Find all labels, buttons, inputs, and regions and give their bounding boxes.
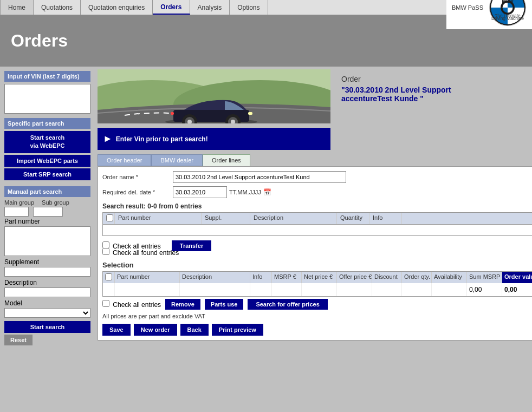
part-number-input-area[interactable] — [4, 226, 90, 256]
bmw-pass-label: BMW PaSS — [452, 4, 483, 11]
col-desc-header: Description — [250, 213, 337, 224]
sub-group-input[interactable] — [33, 207, 63, 217]
search-result-header: Search result: 0-0 from 0 entries — [102, 202, 532, 210]
manual-part-search-title: Manual part search — [4, 186, 90, 197]
specific-part-search-section: Specific part search Start search via We… — [4, 118, 90, 182]
main-sub-group-inputs-row — [4, 207, 90, 217]
sel-col-check — [103, 272, 115, 283]
remove-button[interactable]: Remove — [165, 299, 200, 310]
selection-table: Part number Description Info MSRP € Net … — [102, 271, 532, 297]
required-del-date-input[interactable] — [173, 186, 227, 198]
main-group-label: Main group — [4, 199, 34, 206]
sub-group-label: Sub group — [42, 199, 69, 206]
sel-cell-orderqty — [402, 283, 432, 296]
order-name-input[interactable] — [173, 171, 346, 183]
vin-arrow-icon: ► — [103, 133, 113, 145]
parts-use-button[interactable]: Parts use — [205, 299, 244, 310]
order-info: Order "30.03.2010 2nd Level Support acce… — [336, 69, 457, 108]
vin-banner-text: Enter Vin prior to part search! — [116, 135, 208, 143]
check-all-found-row: Check all found entries — [102, 248, 532, 257]
required-del-date-row: Required del. date * TT.MM.JJJJ 📅 — [102, 186, 532, 198]
tab-bar: Order header BMW dealer Order lines — [98, 154, 532, 166]
date-hint: TT.MM.JJJJ — [229, 189, 261, 195]
action-buttons: Save New order Back Print preview — [102, 324, 532, 336]
nav-options[interactable]: Options — [230, 0, 268, 15]
main-content: Order "30.03.2010 2nd Level Support acce… — [95, 67, 532, 412]
sel-col-order-qty: Order qty. — [402, 272, 432, 283]
sel-col-info: Info — [250, 272, 272, 283]
vin-input-area[interactable] — [4, 84, 90, 114]
sel-cell-info — [250, 283, 272, 296]
model-select[interactable] — [4, 308, 90, 318]
sel-cell-offer — [337, 283, 372, 296]
col-qty-header: Quantity — [337, 213, 369, 224]
nav-quotation-enquiries[interactable]: Quotation enquiries — [81, 0, 153, 15]
sel-check-all-entries-checkbox[interactable] — [102, 300, 109, 307]
order-label: Order — [341, 75, 451, 83]
vin-input[interactable] — [5, 84, 90, 112]
reset-button[interactable]: Reset — [4, 335, 33, 345]
sel-cell-check — [103, 283, 115, 296]
nav-quotations[interactable]: Quotations — [34, 0, 81, 15]
calendar-icon[interactable]: 📅 — [263, 188, 271, 196]
specific-part-search-title: Specific part search — [4, 118, 90, 129]
col-check-icon — [103, 213, 115, 224]
tab-bmw-dealer[interactable]: BMW dealer — [151, 154, 203, 166]
top-navigation: Home Quotations Quotation enquiries Orde… — [0, 0, 532, 15]
nav-home[interactable]: Home — [0, 0, 34, 15]
order-value-display: 0,00 — [504, 286, 517, 293]
main-group-input[interactable] — [4, 207, 29, 217]
start-search-webEPC-button[interactable]: Start search via WebEPC — [4, 131, 90, 153]
page-title: Orders — [11, 31, 521, 51]
main-sub-group-row: Main group Sub group — [4, 199, 90, 206]
print-preview-button[interactable]: Print preview — [212, 324, 263, 336]
search-result-table-header: Part number Suppl. Description Quantity … — [103, 213, 532, 225]
search-offer-prices-button[interactable]: Search for offer prices — [248, 299, 327, 310]
save-button[interactable]: Save — [102, 324, 131, 336]
sel-cell-msrp — [272, 283, 302, 296]
sel-cell-desc — [180, 283, 250, 296]
nav-orders[interactable]: Orders — [153, 0, 190, 15]
manual-part-search-section: Manual part search Main group Sub group … — [4, 186, 90, 347]
part-number-textarea[interactable] — [5, 227, 90, 254]
tab-order-header[interactable]: Order header — [98, 154, 151, 166]
svg-text:Driving Machine: Driving Machine — [491, 16, 524, 21]
vat-note: All prices are per part and exclude VAT — [102, 313, 532, 319]
col-info-header: Info — [369, 213, 402, 224]
start-search-button[interactable]: Start search — [4, 321, 90, 333]
import-webEPC-button[interactable]: Import WebEPC parts — [4, 155, 90, 167]
nav-analysis[interactable]: Analysis — [190, 0, 230, 15]
sel-col-net-price: Net price € — [302, 272, 337, 283]
check-all-found-checkbox[interactable] — [102, 248, 109, 255]
col-suppl-header: Suppl. — [202, 213, 250, 224]
supplement-label: Supplement — [4, 258, 39, 266]
selection-table-header: Part number Description Info MSRP € Net … — [103, 272, 532, 283]
main-layout: Input of VIN (last 7 digits) Specific pa… — [0, 67, 532, 412]
sel-col-msrp: MSRP € — [272, 272, 302, 283]
sel-col-availability: Availability — [432, 272, 467, 283]
order-name-label: Order name * — [102, 174, 173, 180]
vin-section: Input of VIN (last 7 digits) — [4, 71, 90, 114]
check-all-found-label: Check all found entries — [102, 248, 179, 257]
sel-col-part-number: Part number — [115, 272, 180, 283]
select-all-checkbox-header[interactable] — [106, 214, 113, 221]
description-sidebar-label: Description — [4, 279, 37, 286]
sel-values-row: 0,00 0,00 — [103, 283, 532, 296]
order-value-line2: accentureTest Kunde " — [341, 94, 451, 103]
start-srp-search-button[interactable]: Start SRP search — [4, 168, 90, 180]
description-input[interactable] — [4, 287, 90, 297]
model-label: Model — [4, 299, 22, 307]
sel-cell-orderval: 0,00 — [502, 283, 532, 296]
new-order-button[interactable]: New order — [134, 324, 177, 336]
vin-banner: ► Enter Vin prior to part search! — [98, 128, 330, 150]
sum-msrp-value: 0,00 — [469, 286, 482, 293]
sel-check-all-header[interactable] — [105, 273, 112, 280]
car-image — [98, 69, 330, 123]
sel-cell-avail — [432, 283, 467, 296]
tab-order-lines[interactable]: Order lines — [203, 154, 250, 166]
supplement-input[interactable] — [4, 267, 90, 277]
back-button[interactable]: Back — [180, 324, 209, 336]
sel-col-sum-msrp: Sum MSRP — [467, 272, 502, 283]
sel-cell-disc — [372, 283, 402, 296]
selection-bottom-bar: Check all entries Remove Parts use Searc… — [102, 299, 532, 310]
